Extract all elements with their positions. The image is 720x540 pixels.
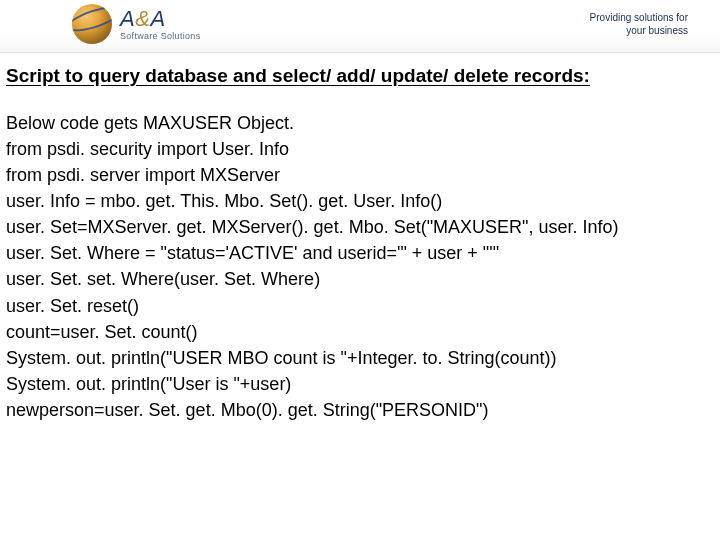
brand-name: A&A	[120, 8, 200, 30]
tagline-line-1: Providing solutions for	[590, 12, 688, 25]
code-block: from psdi. security import User. Info fr…	[6, 136, 710, 423]
code-line: user. Set. set. Where(user. Set. Where)	[6, 266, 710, 292]
content-area: Script to query database and select/ add…	[0, 53, 720, 423]
section-heading: Script to query database and select/ add…	[6, 65, 710, 87]
header-bar: A&A Software Solutions Providing solutio…	[0, 0, 720, 53]
code-line: newperson=user. Set. get. Mbo(0). get. S…	[6, 397, 710, 423]
intro-text: Below code gets MAXUSER Object.	[6, 113, 710, 134]
code-line: System. out. println("User is "+user)	[6, 371, 710, 397]
code-line: user. Set. reset()	[6, 293, 710, 319]
code-line: user. Set=MXServer. get. MXServer(). get…	[6, 214, 710, 240]
tagline: Providing solutions for your business	[590, 12, 688, 37]
code-line: System. out. println("USER MBO count is …	[6, 345, 710, 371]
tagline-line-2: your business	[590, 25, 688, 38]
logo: A&A Software Solutions	[72, 4, 200, 44]
code-line: from psdi. security import User. Info	[6, 136, 710, 162]
globe-icon	[72, 4, 112, 44]
brand-block: A&A Software Solutions	[120, 8, 200, 41]
code-line: count=user. Set. count()	[6, 319, 710, 345]
code-line: user. Info = mbo. get. This. Mbo. Set().…	[6, 188, 710, 214]
brand-subtitle: Software Solutions	[120, 32, 200, 41]
code-line: from psdi. server import MXServer	[6, 162, 710, 188]
code-line: user. Set. Where = "status='ACTIVE' and …	[6, 240, 710, 266]
